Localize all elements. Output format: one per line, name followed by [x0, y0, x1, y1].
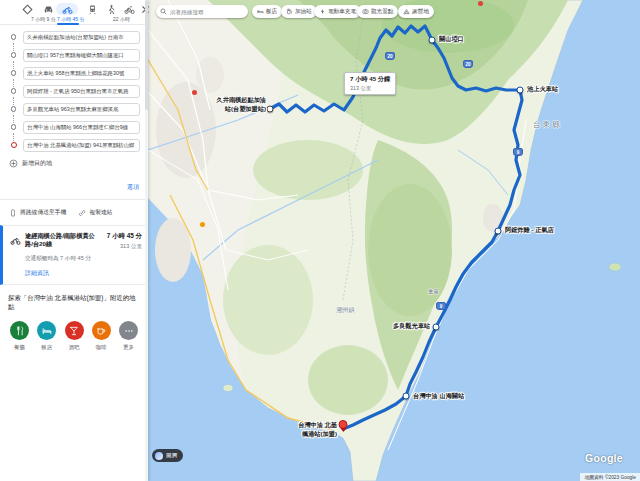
search-icon — [160, 8, 167, 15]
camera-icon — [362, 8, 369, 15]
waypoint-marker-chishang-station[interactable] — [517, 87, 524, 94]
map-top-bar: 飯店 加油站 電動車充電 觀光景點 露營地 — [148, 0, 640, 24]
waypoint-row-destination: 台灣中油 北基楓港站(加盟) 941屏東縣枋山鄉 — [0, 136, 148, 154]
add-destination-label: 新增目的地 — [22, 159, 52, 168]
origin-marker-label-line1: 久井南橫起點加油 — [208, 96, 266, 105]
filter-campgrounds[interactable]: 露營地 — [398, 5, 434, 18]
options-link[interactable]: 選項 — [127, 184, 139, 190]
travel-mode-bar: 7 小時 9 分 7 小時 45 分 22 小時 — [0, 0, 148, 25]
waypoint-input[interactable]: 台灣中油 山海關站 966台東縣達仁鄉台9線 — [23, 121, 140, 134]
transit-icon — [87, 4, 98, 15]
restaurant-icon — [10, 321, 29, 340]
filter-attractions[interactable]: 觀光景點 — [357, 5, 398, 18]
directions-panel: 7 小時 9 分 7 小時 45 分 22 小時 久井南橫起點加油站(台塑加盟站… — [0, 0, 148, 481]
destination-label-line2: 楓港站(加盟) — [284, 430, 337, 439]
bar-icon — [65, 321, 84, 340]
route-distance: 313 公里 — [100, 243, 142, 251]
mode-drive-button[interactable] — [40, 3, 56, 15]
layers-button[interactable]: 圖層 — [152, 449, 183, 462]
tent-icon — [403, 8, 410, 15]
send-to-phone-label: 將路線傳送至手機 — [20, 208, 66, 217]
waypoint-input[interactable]: 池上火車站 958台東縣池上鄉鐵花路30號 — [23, 67, 140, 80]
mode-cycling-button[interactable] — [121, 3, 137, 15]
waypoint-marker-shanhaiguan-cpc[interactable] — [403, 393, 410, 400]
more-icon — [119, 321, 138, 340]
category-restaurants[interactable]: 餐廳 — [10, 321, 29, 351]
search-along-route[interactable] — [156, 5, 248, 18]
cycling-time: 22 小時 — [113, 16, 130, 22]
waypoint-input[interactable]: 多良觀光車站 963台東縣太麻里鄉溪底 — [23, 103, 140, 116]
add-destination-button[interactable]: 新增目的地 — [9, 159, 148, 168]
waypoint-row-origin: 久井南橫起點加油站(台塑加盟站) 台南市 — [0, 28, 148, 46]
waypoint-input[interactable]: 阿鋐炸雞 - 正氣店 950台東縣台東市正氣路 — [23, 85, 140, 98]
sidebar-scrollbar[interactable] — [145, 0, 148, 481]
bicycle-icon — [124, 4, 135, 15]
google-maps-directions-app: 7 小時 9 分 7 小時 45 分 22 小時 久井南橫起點加油站(台塑加盟站… — [0, 0, 640, 481]
walking-icon — [106, 4, 117, 15]
waypoint-row: 池上火車站 958台東縣池上鄉鐵花路30號 — [0, 64, 148, 82]
filter-hotels[interactable]: 飯店 — [252, 5, 282, 18]
label-shanhaiguan-cpc: 台灣中油 山海關站 — [413, 392, 464, 401]
share-actions: 將路線傳送至手機 複製連結 — [0, 200, 148, 225]
map-canvas[interactable]: 飯店 加油站 電動車充電 觀光景點 露營地 7 小時 45 分鐘 313 公里 — [148, 0, 640, 481]
send-to-phone-button[interactable]: 將路線傳送至手機 — [9, 208, 66, 217]
poi-dot-orange[interactable] — [200, 222, 205, 227]
drive-time: 7 小時 9 分 — [31, 16, 56, 22]
highway-shield-20: 20 — [385, 52, 395, 60]
filter-gas-stations[interactable]: 加油站 — [281, 5, 317, 18]
waypoint-input[interactable]: 台灣中油 北基楓港站(加盟) 941屏東縣枋山鄉 — [23, 139, 140, 152]
origin-marker[interactable] — [267, 106, 274, 113]
route-time-tooltip[interactable]: 7 小時 45 分鐘 313 公里 — [344, 72, 396, 95]
category-coffee[interactable]: 咖啡 — [92, 321, 111, 351]
highway-shield-9: 9 — [513, 148, 523, 156]
copy-link-button[interactable]: 複製連結 — [78, 208, 112, 217]
label-ahong-fried-chicken: 阿鋐炸雞 - 正氣店 — [505, 226, 554, 235]
options-row: 選項 — [0, 168, 148, 199]
plus-circle-icon — [9, 159, 18, 168]
label-guanshan-pass: 關山埡口 — [439, 35, 464, 44]
route-details-link[interactable]: 詳細資訊 — [25, 269, 142, 278]
mode-transit-button[interactable] — [84, 3, 100, 15]
destination-pin-tip — [340, 428, 346, 432]
destination-pin[interactable] — [339, 420, 348, 432]
waypoint-row: 關山埡口 957台東縣海端鄉大關山隧道口 — [0, 46, 148, 64]
mode-walking-button[interactable] — [103, 3, 119, 15]
destination-dot-icon — [10, 142, 17, 149]
explore-title: 探索「台灣中油 北基楓港站(加盟)」附近的地點 — [8, 294, 140, 312]
route-times: 7 小時 45 分 313 公里 — [100, 232, 142, 251]
route-motorcycle-icon — [10, 232, 21, 251]
phone-icon — [9, 209, 17, 217]
mode-motorcycle-button[interactable] — [56, 3, 78, 15]
label-duoliang-station: 多良觀光車站 — [376, 322, 430, 331]
category-label: 餐廳 — [14, 344, 25, 351]
search-along-route-input[interactable] — [170, 9, 242, 15]
waypoint-marker-ahong-fried-chicken[interactable] — [495, 228, 502, 235]
waypoint-row: 阿鋐炸雞 - 正氣店 950台東縣台東市正氣路 — [0, 82, 148, 100]
selected-route-card[interactable]: 途經南橫公路/南部橫貫公路/台20線 7 小時 45 分 313 公里 交通順暢… — [0, 225, 148, 285]
category-bars[interactable]: 酒吧 — [65, 321, 84, 351]
car-icon — [43, 4, 54, 15]
layers-icon — [155, 452, 163, 460]
link-icon — [78, 209, 86, 217]
motorcycle-time: 7 小時 45 分 — [57, 16, 85, 22]
google-logo: Google — [585, 452, 623, 464]
area-label-chaozhou: 潮州鎮 — [336, 306, 355, 315]
route-card-top: 途經南橫公路/南部橫貫公路/台20線 7 小時 45 分 313 公里 — [10, 232, 142, 251]
category-label: 飯店 — [41, 344, 52, 351]
waypoint-marker-duoliang-station[interactable] — [433, 324, 440, 331]
waypoint-input[interactable]: 關山埡口 957台東縣海端鄉大關山隧道口 — [23, 49, 140, 62]
category-more[interactable]: 更多 — [119, 321, 138, 351]
waypoint-input[interactable]: 久井南橫起點加油站(台塑加盟站) 台南市 — [23, 31, 140, 44]
filter-label: 露營地 — [412, 8, 429, 16]
stop-dot-icon — [10, 88, 17, 95]
waypoint-row: 多良觀光車站 963台東縣太麻里鄉溪底 — [0, 100, 148, 118]
gas-pump-icon — [286, 8, 293, 15]
filter-ev-charging[interactable]: 電動車充電 — [314, 5, 361, 18]
motorcycle-icon — [62, 4, 73, 15]
label-chishang-station: 池上火車站 — [527, 85, 558, 94]
poi-dot-red[interactable] — [192, 90, 197, 95]
category-hotels[interactable]: 飯店 — [37, 321, 56, 351]
waypoint-marker-guanshan-pass[interactable] — [429, 37, 436, 44]
mode-suggested-button[interactable] — [19, 3, 35, 15]
destination-label-line1: 台灣中油 北基 — [284, 421, 337, 430]
